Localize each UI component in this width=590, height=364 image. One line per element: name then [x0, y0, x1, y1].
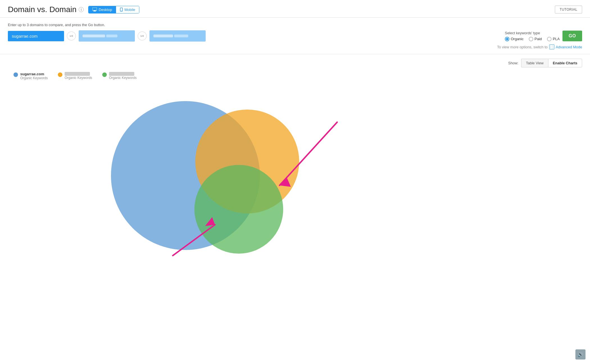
input-row: Select keywords' type Organic Paid PLA G…	[8, 30, 582, 42]
mobile-icon	[120, 8, 123, 12]
advanced-mode-prefix: To view more options, switch to	[497, 45, 548, 49]
radio-circle-organic	[505, 37, 509, 41]
svg-rect-0	[92, 8, 97, 10]
radio-group: Organic Paid PLA	[505, 37, 560, 41]
link-icon-2[interactable]	[138, 31, 147, 40]
radio-circle-paid	[529, 37, 533, 41]
legend-dot-1	[13, 72, 18, 77]
legend-domain-1: sugarrae.com	[20, 72, 48, 76]
legend-dot-2	[58, 72, 62, 77]
page-title: Domain vs. Domain ℹ	[8, 5, 84, 14]
tutorial-button[interactable]: TUTORIAL	[555, 6, 582, 13]
radio-organic-label: Organic	[511, 37, 524, 41]
legend-item-2: Organic Keywords	[58, 72, 92, 80]
domain3-input-wrapper[interactable]	[149, 30, 206, 42]
radio-pla[interactable]: PLA	[547, 37, 560, 41]
desktop-tab[interactable]: Desktop	[88, 6, 116, 13]
radio-organic[interactable]: Organic	[505, 37, 524, 41]
header-left: Domain vs. Domain ℹ Desktop Mobile	[8, 5, 139, 14]
input-instruction: Enter up to 3 domains to compare, and pr…	[8, 23, 582, 27]
legend-item-1: sugarrae.com Organic Keywords	[13, 72, 48, 80]
enable-charts-button[interactable]: Enable Charts	[548, 59, 582, 67]
input-section: Enter up to 3 domains to compare, and pr…	[0, 18, 590, 54]
desktop-icon	[92, 8, 97, 12]
legend-text-1: sugarrae.com Organic Keywords	[20, 72, 48, 80]
radio-circle-pla	[547, 37, 552, 41]
advanced-mode-icon: ⛶	[549, 44, 554, 49]
svg-rect-2	[93, 11, 96, 12]
legend-sub-3: Organic Keywords	[109, 76, 137, 80]
show-row: Show: Table View Enable Charts	[8, 59, 582, 67]
keyword-type-label: Select keywords' type	[505, 31, 560, 35]
venn-svg	[8, 86, 582, 260]
advanced-mode-label: Advanced Mode	[556, 45, 582, 49]
radio-paid-label: Paid	[535, 37, 542, 41]
header: Domain vs. Domain ℹ Desktop Mobile TUTO	[0, 0, 590, 18]
link-icon-1[interactable]	[67, 31, 76, 40]
advanced-mode-row: To view more options, switch to ⛶ Advanc…	[8, 44, 582, 49]
legend-text-3: Organic Keywords	[109, 72, 137, 80]
mobile-tab[interactable]: Mobile	[116, 6, 139, 13]
show-label: Show:	[508, 61, 518, 65]
venn-container	[8, 86, 582, 260]
advanced-mode-link[interactable]: ⛶ Advanced Mode	[549, 44, 582, 49]
domain1-input[interactable]	[8, 31, 64, 41]
domain2-input-wrapper[interactable]	[79, 30, 135, 42]
legend-item-3: Organic Keywords	[102, 72, 137, 80]
title-text: Domain vs. Domain	[8, 5, 76, 14]
radio-pla-label: PLA	[553, 37, 560, 41]
chart-section: Show: Table View Enable Charts sugarrae.…	[0, 54, 590, 264]
desktop-tab-label: Desktop	[99, 8, 112, 12]
svg-rect-1	[94, 10, 96, 11]
legend-domain-2	[65, 72, 90, 76]
keyword-type-section: Select keywords' type Organic Paid PLA	[505, 31, 560, 41]
legend: sugarrae.com Organic Keywords Organic Ke…	[8, 72, 582, 80]
legend-domain-3	[109, 72, 134, 76]
go-button[interactable]: GO	[562, 31, 582, 41]
legend-sub-1: Organic Keywords	[20, 76, 48, 80]
info-icon[interactable]: ℹ	[79, 7, 84, 12]
legend-text-2: Organic Keywords	[65, 72, 92, 80]
svg-point-4	[121, 11, 122, 11]
table-view-button[interactable]: Table View	[521, 59, 548, 67]
legend-dot-3	[102, 72, 107, 77]
device-tabs: Desktop Mobile	[88, 6, 139, 13]
radio-paid[interactable]: Paid	[529, 37, 542, 41]
mobile-tab-label: Mobile	[124, 8, 135, 12]
legend-sub-2: Organic Keywords	[65, 76, 92, 80]
circle-green	[194, 165, 283, 254]
